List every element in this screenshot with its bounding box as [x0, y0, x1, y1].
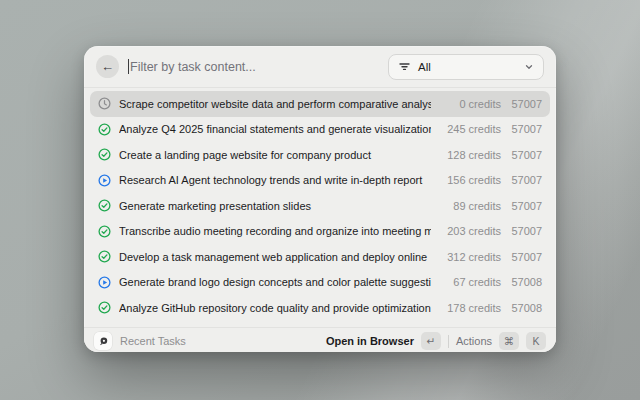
task-credits: 203 credits	[439, 225, 501, 237]
task-row[interactable]: Transcribe audio meeting recording and o…	[90, 219, 550, 245]
task-title: Analyze Q4 2025 financial statements and…	[119, 123, 431, 135]
task-credits: 312 credits	[439, 251, 501, 263]
task-row[interactable]: Analyze Q4 2025 financial statements and…	[90, 117, 550, 143]
task-list: Scrape competitor website data and perfo…	[84, 88, 556, 327]
task-id: 57007	[509, 123, 542, 135]
task-title: Create a landing page website for compan…	[119, 149, 431, 161]
task-credits: 67 credits	[439, 276, 501, 288]
actions-menu-button[interactable]: Actions	[456, 335, 492, 347]
task-credits: 178 credits	[439, 302, 501, 314]
task-title: Analyze GitHub repository code quality a…	[119, 302, 431, 314]
task-id: 57007	[509, 200, 542, 212]
check-circle-icon	[98, 301, 111, 314]
task-title: Develop a task management web applicatio…	[119, 251, 431, 263]
task-title: Transcribe audio meeting recording and o…	[119, 225, 431, 237]
clock-icon	[98, 97, 111, 110]
palette-header: ← Filter by task content... All	[84, 46, 556, 88]
palette-footer: Recent Tasks Open in Browser ↵ Actions ⌘…	[84, 327, 556, 353]
task-id: 57007	[509, 174, 542, 186]
task-row[interactable]: Scrape competitor website data and perfo…	[90, 91, 550, 117]
search-placeholder: Filter by task content...	[130, 60, 256, 74]
check-circle-icon	[98, 225, 111, 238]
footer-separator	[448, 335, 449, 348]
play-circle-icon	[98, 276, 111, 289]
check-circle-icon	[98, 123, 111, 136]
footer-context-label: Recent Tasks	[120, 335, 318, 347]
task-credits: 245 credits	[439, 123, 501, 135]
task-row[interactable]: Research AI Agent technology trends and …	[90, 168, 550, 194]
check-circle-icon	[98, 199, 111, 212]
command-key-badge: ⌘	[499, 332, 519, 350]
filter-icon	[398, 60, 411, 73]
task-credits: 89 credits	[439, 200, 501, 212]
task-id: 57007	[509, 251, 542, 263]
task-title: Scrape competitor website data and perfo…	[119, 98, 431, 110]
back-button[interactable]: ←	[96, 55, 119, 78]
task-id: 57007	[509, 98, 542, 110]
task-row[interactable]: Develop a task management web applicatio…	[90, 244, 550, 270]
task-credits: 0 credits	[439, 98, 501, 110]
task-row[interactable]: Generate marketing presentation slides 8…	[90, 193, 550, 219]
app-icon	[94, 332, 112, 350]
task-id: 57008	[509, 276, 542, 288]
footer-actions: Open in Browser ↵ Actions ⌘ K	[326, 332, 546, 350]
task-row[interactable]: Analyze GitHub repository code quality a…	[90, 295, 550, 321]
text-caret	[128, 59, 129, 74]
k-key-badge: K	[526, 332, 546, 350]
arrow-left-icon: ←	[101, 60, 114, 73]
filter-dropdown[interactable]: All	[388, 54, 544, 80]
task-row[interactable]: Create a landing page website for compan…	[90, 142, 550, 168]
open-in-browser-button[interactable]: Open in Browser	[326, 335, 414, 347]
task-title: Generate brand logo design concepts and …	[119, 276, 431, 288]
check-circle-icon	[98, 148, 111, 161]
chevron-down-icon	[524, 62, 534, 72]
task-id: 57008	[509, 302, 542, 314]
filter-selected-value: All	[418, 61, 517, 73]
task-credits: 156 credits	[439, 174, 501, 186]
task-credits: 128 credits	[439, 149, 501, 161]
play-circle-icon	[98, 174, 111, 187]
check-circle-icon	[98, 250, 111, 263]
task-title: Research AI Agent technology trends and …	[119, 174, 431, 186]
task-title: Generate marketing presentation slides	[119, 200, 431, 212]
task-id: 57007	[509, 225, 542, 237]
task-id: 57007	[509, 149, 542, 161]
task-palette-window: ← Filter by task content... All	[84, 46, 556, 352]
search-input[interactable]: Filter by task content...	[128, 59, 388, 74]
return-key-badge: ↵	[421, 332, 441, 350]
task-row[interactable]: Generate brand logo design concepts and …	[90, 270, 550, 296]
